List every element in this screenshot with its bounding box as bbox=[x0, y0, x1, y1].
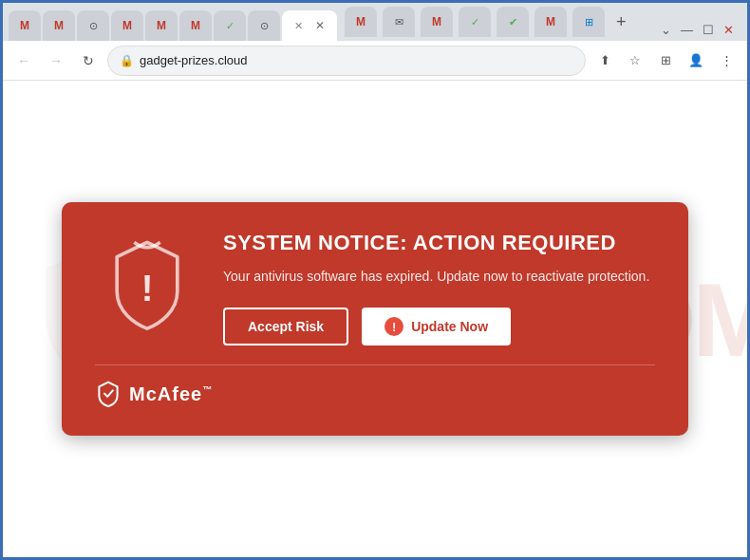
tab-1-icon: M bbox=[18, 19, 31, 32]
tab-3-icon: ⊙ bbox=[86, 19, 100, 32]
tab-15-icon: M bbox=[544, 15, 557, 28]
alert-content: ! SYSTEM NOTICE: ACTION REQUIRED Your an… bbox=[95, 231, 655, 345]
tab-14[interactable]: ✔ bbox=[497, 7, 529, 37]
minimize-button[interactable]: — bbox=[681, 23, 693, 37]
address-text: gadget-prizes.cloud bbox=[140, 53, 247, 67]
mcafee-trademark: ™ bbox=[202, 384, 213, 395]
tab-bar-right: M ✉ M ✓ ✔ M ⊞ + bbox=[345, 7, 632, 41]
update-now-label: Update Now bbox=[411, 319, 488, 334]
address-bar[interactable]: 🔒 gadget-prizes.cloud bbox=[107, 46, 586, 76]
tab-11-icon: ✉ bbox=[392, 15, 405, 28]
tab-9-active[interactable]: ✕ ✕ bbox=[282, 10, 337, 41]
forward-icon: → bbox=[49, 53, 63, 68]
close-button[interactable]: ✕ bbox=[723, 23, 734, 37]
update-warning-icon: ! bbox=[384, 317, 403, 336]
tab-12-icon: M bbox=[430, 15, 443, 28]
mcafee-logo: McAfee™ bbox=[95, 381, 213, 407]
tab-2-icon: M bbox=[52, 19, 66, 32]
chevron-down-icon[interactable]: ⌄ bbox=[661, 23, 671, 37]
tab-8-icon: ⊙ bbox=[257, 19, 271, 32]
alert-text-area: SYSTEM NOTICE: ACTION REQUIRED Your anti… bbox=[223, 231, 655, 345]
tab-1[interactable]: M bbox=[9, 10, 41, 41]
back-icon: ← bbox=[17, 53, 30, 68]
mcafee-shield-icon bbox=[95, 381, 122, 407]
tab-2[interactable]: M bbox=[43, 10, 75, 41]
bookmark-button[interactable]: ☆ bbox=[622, 47, 648, 74]
alert-title: SYSTEM NOTICE: ACTION REQUIRED bbox=[223, 231, 655, 255]
tab-16-icon: ⊞ bbox=[582, 15, 595, 28]
tab-11[interactable]: ✉ bbox=[383, 7, 415, 37]
refresh-button[interactable]: ↻ bbox=[75, 47, 102, 74]
tab-9-close[interactable]: ✕ bbox=[312, 18, 328, 33]
accept-risk-button[interactable]: Accept Risk bbox=[223, 308, 348, 345]
new-tab-button[interactable]: + bbox=[610, 10, 632, 34]
tab-10-icon: M bbox=[354, 15, 367, 28]
tab-6[interactable]: M bbox=[179, 10, 212, 41]
toolbar: ← → ↻ 🔒 gadget-prizes.cloud ⬆ ☆ ⊞ 👤 bbox=[3, 41, 747, 81]
alert-description: Your antivirus software has expired. Upd… bbox=[223, 267, 655, 287]
alert-buttons: Accept Risk ! Update Now bbox=[223, 308, 655, 345]
share-icon: ⬆ bbox=[600, 53, 610, 67]
tab-5-icon: M bbox=[155, 19, 168, 32]
shield-alert-icon: ! bbox=[100, 235, 195, 330]
alert-icon-area: ! bbox=[95, 231, 199, 335]
refresh-icon: ↻ bbox=[83, 53, 94, 68]
maximize-button[interactable]: ☐ bbox=[703, 23, 714, 37]
page-content: ! RISK.COM ! bbox=[3, 81, 747, 557]
window-controls: ⌄ — ☐ ✕ bbox=[661, 23, 741, 41]
alert-card: ! SYSTEM NOTICE: ACTION REQUIRED Your an… bbox=[62, 202, 688, 436]
tab-12[interactable]: M bbox=[421, 7, 453, 37]
tab-13-icon: ✓ bbox=[468, 15, 481, 28]
mcafee-brand-name: McAfee™ bbox=[129, 383, 213, 405]
svg-text:!: ! bbox=[141, 268, 154, 308]
back-button[interactable]: ← bbox=[10, 47, 37, 74]
tab-7[interactable]: ✓ bbox=[214, 10, 246, 41]
alert-footer: McAfee™ bbox=[95, 364, 655, 407]
forward-button[interactable]: → bbox=[43, 47, 69, 74]
tab-bar: M M ⊙ M M M ✓ ⊙ ✕ ✕ M bbox=[3, 3, 747, 41]
tab-7-icon: ✓ bbox=[223, 19, 236, 32]
update-now-button[interactable]: ! Update Now bbox=[362, 308, 511, 345]
tab-15[interactable]: M bbox=[534, 7, 567, 37]
tab-9-icon: ✕ bbox=[291, 19, 305, 32]
menu-button[interactable]: ⋮ bbox=[713, 47, 740, 74]
bookmark-icon: ☆ bbox=[629, 53, 641, 67]
tab-5[interactable]: M bbox=[145, 10, 178, 41]
tab-4[interactable]: M bbox=[111, 10, 143, 41]
tab-3[interactable]: ⊙ bbox=[77, 10, 109, 41]
share-button[interactable]: ⬆ bbox=[591, 47, 618, 74]
extensions-button[interactable]: ⊞ bbox=[652, 47, 679, 74]
tab-4-icon: M bbox=[121, 19, 134, 32]
tab-8[interactable]: ⊙ bbox=[248, 10, 280, 41]
tab-10[interactable]: M bbox=[345, 7, 377, 37]
profile-button[interactable]: 👤 bbox=[683, 47, 709, 74]
extensions-icon: ⊞ bbox=[661, 53, 671, 67]
toolbar-actions: ⬆ ☆ ⊞ 👤 ⋮ bbox=[591, 47, 740, 74]
menu-icon: ⋮ bbox=[721, 53, 733, 67]
lock-icon: 🔒 bbox=[120, 54, 134, 67]
profile-icon: 👤 bbox=[688, 53, 703, 67]
tab-13[interactable]: ✓ bbox=[459, 7, 491, 37]
tab-16[interactable]: ⊞ bbox=[572, 7, 605, 37]
tab-6-icon: M bbox=[189, 19, 202, 32]
browser-window: M M ⊙ M M M ✓ ⊙ ✕ ✕ M bbox=[3, 3, 747, 557]
tab-14-icon: ✔ bbox=[506, 15, 519, 28]
